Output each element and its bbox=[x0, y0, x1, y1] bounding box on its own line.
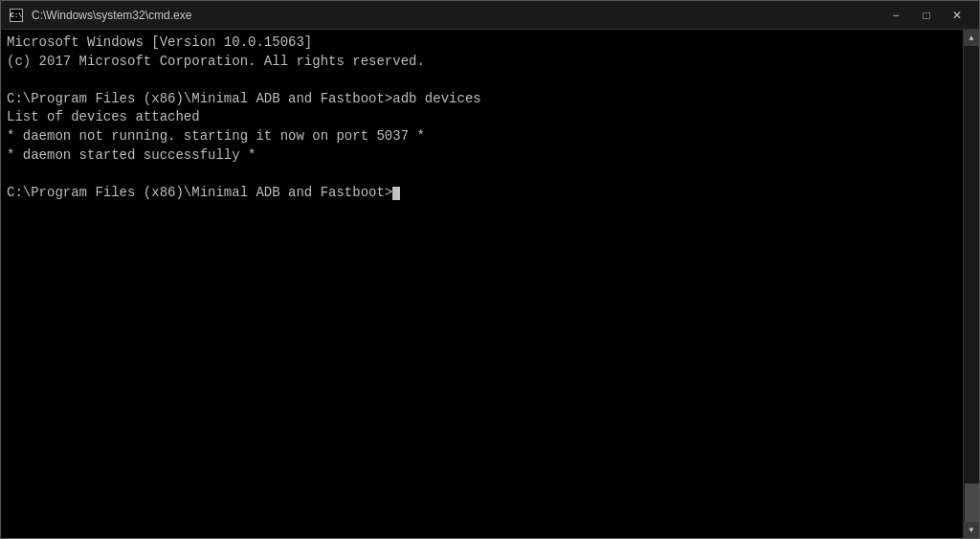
window-controls: − □ ✕ bbox=[881, 5, 971, 26]
close-button[interactable]: ✕ bbox=[943, 5, 971, 26]
terminal-line: * daemon started successfully * bbox=[7, 146, 957, 166]
terminal-line: * daemon not running. starting it now on… bbox=[7, 127, 957, 146]
scrollbar[interactable]: ▲ ▼ bbox=[963, 30, 979, 538]
terminal-line: (c) 2017 Microsoft Corporation. All righ… bbox=[7, 53, 957, 72]
title-bar-left: C:\ C:\Windows\system32\cmd.exe bbox=[9, 8, 191, 23]
cmd-window-icon: C:\ bbox=[9, 8, 24, 23]
terminal-line: C:\Program Files (x86)\Minimal ADB and F… bbox=[7, 90, 957, 109]
title-bar: C:\ C:\Windows\system32\cmd.exe − □ ✕ bbox=[1, 1, 979, 30]
content-area: Microsoft Windows [Version 10.0.15063](c… bbox=[1, 30, 979, 538]
terminal-line: Microsoft Windows [Version 10.0.15063] bbox=[7, 34, 957, 53]
minimize-button[interactable]: − bbox=[881, 5, 910, 26]
scrollbar-track[interactable] bbox=[964, 46, 980, 522]
cmd-window: C:\ C:\Windows\system32\cmd.exe − □ ✕ Mi… bbox=[0, 0, 980, 539]
terminal-line bbox=[7, 71, 957, 90]
terminal-cursor bbox=[392, 187, 400, 200]
scrollbar-thumb[interactable] bbox=[965, 483, 979, 522]
terminal-line: List of devices attached bbox=[7, 108, 957, 127]
scrollbar-up-arrow[interactable]: ▲ bbox=[964, 30, 980, 46]
window-title: C:\Windows\system32\cmd.exe bbox=[32, 9, 191, 22]
terminal-line bbox=[7, 165, 957, 184]
terminal-line: C:\Program Files (x86)\Minimal ADB and F… bbox=[7, 184, 957, 203]
maximize-button[interactable]: □ bbox=[912, 5, 941, 26]
terminal-output[interactable]: Microsoft Windows [Version 10.0.15063](c… bbox=[1, 30, 963, 538]
scrollbar-down-arrow[interactable]: ▼ bbox=[964, 522, 980, 538]
